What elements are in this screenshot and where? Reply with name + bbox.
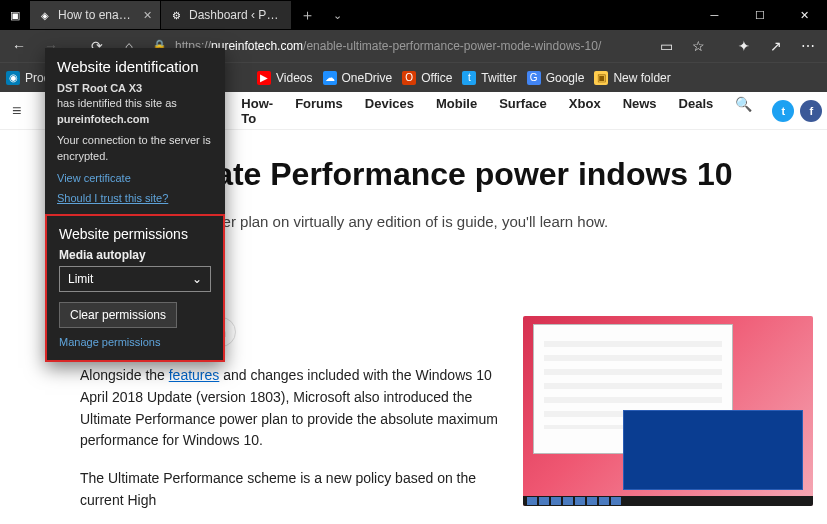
- identified-text: has identified this site as: [57, 96, 213, 111]
- youtube-icon: ▶: [257, 71, 271, 85]
- twitter-icon: t: [462, 71, 476, 85]
- article-paragraph: The Ultimate Performance scheme is a new…: [80, 468, 510, 511]
- encrypted-text: Your connection to the server is encrypt…: [57, 133, 213, 164]
- office-icon: O: [402, 71, 416, 85]
- site-favicon-icon: ⚙: [169, 8, 183, 22]
- nav-item[interactable]: How-To: [241, 96, 273, 126]
- fav-google[interactable]: GGoogle: [527, 71, 585, 85]
- onedrive-icon: ☁: [323, 71, 337, 85]
- minimize-button[interactable]: ─: [692, 0, 737, 30]
- illustration-powershell-window: [623, 410, 803, 490]
- nav-item[interactable]: Deals: [679, 96, 714, 126]
- browser-tab-active[interactable]: ◈ How to enable Ultimat ✕: [30, 1, 160, 29]
- tab-tools-button[interactable]: ⌄: [322, 9, 352, 22]
- view-certificate-link[interactable]: View certificate: [57, 172, 213, 184]
- tab-label: How to enable Ultimat: [58, 8, 137, 22]
- window-controls: ─ ☐ ✕: [692, 0, 827, 30]
- nav-item[interactable]: Xbox: [569, 96, 601, 126]
- article-paragraph: Alongside the features and changes inclu…: [80, 365, 510, 452]
- website-permissions-section: Website permissions Media autoplay Limit…: [45, 214, 225, 362]
- new-tab-button[interactable]: ＋: [292, 6, 322, 25]
- site-favicon-icon: ◈: [38, 8, 52, 22]
- fav-label: Twitter: [481, 71, 516, 85]
- nav-list: How-To Forums Devices Mobile Surface Xbo…: [241, 96, 752, 126]
- twitter-link-icon[interactable]: t: [772, 100, 794, 122]
- fav-label: Office: [421, 71, 452, 85]
- social-links: t f ▶ ⋋: [772, 100, 827, 122]
- media-autoplay-select[interactable]: Limit ⌄: [59, 266, 211, 292]
- nav-item[interactable]: Devices: [365, 96, 414, 126]
- settings-more-icon[interactable]: ⋯: [793, 31, 823, 61]
- browser-tab[interactable]: ⚙ Dashboard ‹ Pureinfotech: [161, 1, 291, 29]
- url-path: /enable-ultimate-performance-power-mode-…: [303, 39, 601, 53]
- close-window-button[interactable]: ✕: [782, 0, 827, 30]
- nav-item[interactable]: News: [623, 96, 657, 126]
- folder-icon: ▣: [594, 71, 608, 85]
- cert-authority: DST Root CA X3: [57, 82, 142, 94]
- facebook-link-icon[interactable]: f: [800, 100, 822, 122]
- nav-item[interactable]: Surface: [499, 96, 547, 126]
- favorite-star-icon[interactable]: ☆: [683, 31, 713, 61]
- share-icon[interactable]: ↗: [761, 31, 791, 61]
- google-icon: G: [527, 71, 541, 85]
- features-link[interactable]: features: [169, 367, 220, 383]
- nav-item[interactable]: Mobile: [436, 96, 477, 126]
- tab-strip: ▣ ◈ How to enable Ultimat ✕ ⚙ Dashboard …: [0, 0, 352, 30]
- nav-item[interactable]: Forums: [295, 96, 343, 126]
- illustration-taskbar: [523, 496, 813, 506]
- select-value: Limit: [68, 272, 93, 286]
- permissions-title: Website permissions: [59, 226, 211, 242]
- maximize-button[interactable]: ☐: [737, 0, 782, 30]
- url-input[interactable]: 🔒 https://pureinfotech.com/enable-ultima…: [152, 34, 643, 58]
- fav-twitter[interactable]: tTwitter: [462, 71, 516, 85]
- favorites-hub-icon[interactable]: ✦: [729, 31, 759, 61]
- identified-site: pureinfotech.com: [57, 112, 213, 127]
- fav-newfolder[interactable]: ▣New folder: [594, 71, 670, 85]
- window-titlebar: ▣ ◈ How to enable Ultimat ✕ ⚙ Dashboard …: [0, 0, 827, 30]
- tab-label: Dashboard ‹ Pureinfotech: [189, 8, 283, 22]
- article-hero-image: [523, 316, 813, 506]
- manage-permissions-link[interactable]: Manage permissions: [59, 336, 211, 348]
- close-icon[interactable]: ✕: [143, 9, 152, 22]
- search-icon[interactable]: 🔍: [735, 96, 752, 126]
- back-button[interactable]: ←: [4, 31, 34, 61]
- dell-icon: ◉: [6, 71, 20, 85]
- chevron-down-icon: ⌄: [192, 272, 202, 286]
- fav-label: New folder: [613, 71, 670, 85]
- hamburger-icon[interactable]: ≡: [12, 102, 21, 120]
- website-identification-section: Website identification DST Root CA X3 ha…: [45, 48, 225, 214]
- flyout-title: Website identification: [57, 58, 213, 75]
- fav-office[interactable]: OOffice: [402, 71, 452, 85]
- taskview-icon[interactable]: ▣: [0, 0, 30, 30]
- fav-label: Videos: [276, 71, 312, 85]
- fav-onedrive[interactable]: ☁OneDrive: [323, 71, 393, 85]
- trust-site-link[interactable]: Should I trust this site?: [57, 192, 213, 204]
- fav-label: Google: [546, 71, 585, 85]
- site-info-flyout: Website identification DST Root CA X3 ha…: [45, 48, 225, 362]
- fav-videos[interactable]: ▶Videos: [257, 71, 312, 85]
- clear-permissions-button[interactable]: Clear permissions: [59, 302, 177, 328]
- fav-label: OneDrive: [342, 71, 393, 85]
- reading-view-icon[interactable]: ▭: [651, 31, 681, 61]
- media-autoplay-label: Media autoplay: [59, 248, 211, 262]
